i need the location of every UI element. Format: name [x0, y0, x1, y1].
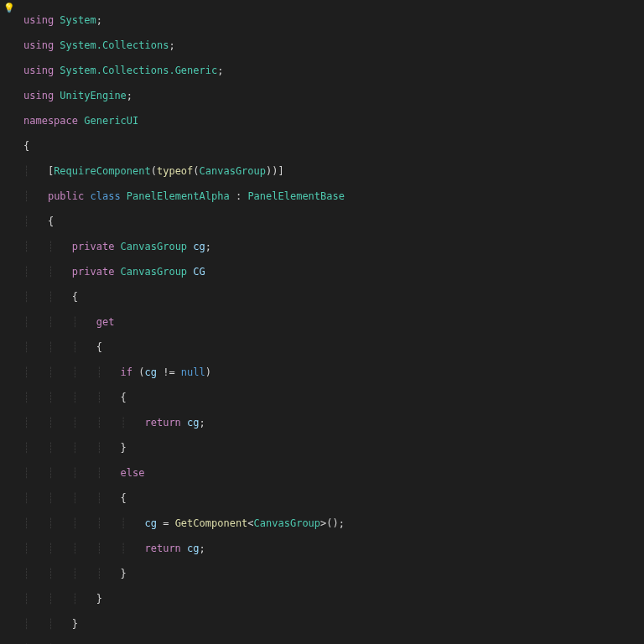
code-line: ┊ public class PanelElementAlpha : Panel… — [23, 190, 644, 203]
code-editor[interactable]: 💡 using System; using System.Collections… — [0, 0, 644, 644]
code-line: ┊ ┊ ┊ ┊ if (cg != null) — [23, 366, 644, 379]
code-line: ┊ ┊ ┊ ┊ ┊ cg = GetComponent<CanvasGroup>… — [23, 517, 644, 530]
code-line: ┊ ┊ ┊ ┊ } — [23, 568, 644, 580]
code-line: ┊ ┊ } — [23, 618, 644, 631]
code-line: ┊ ┊ private CanvasGroup CG — [23, 266, 644, 278]
code-line: ┊ ┊ ┊ get — [23, 316, 644, 329]
code-line: ┊ ┊ ┊ ┊ { — [23, 492, 644, 505]
code-line: using System.Collections; — [23, 39, 644, 52]
code-line: ┊ ┊ ┊ ┊ else — [23, 467, 644, 480]
code-line: ┊ ┊ ┊ { — [23, 341, 644, 354]
code-line: { — [23, 140, 644, 153]
code-line: using System.Collections.Generic; — [23, 65, 644, 77]
code-line: ┊ ┊ ┊ ┊ ┊ return cg; — [23, 543, 644, 555]
code-line: ┊ { — [23, 216, 644, 228]
code-area[interactable]: using System; using System.Collections; … — [18, 0, 644, 644]
code-line: using UnityEngine; — [23, 90, 644, 102]
code-line: ┊ ┊ ┊ ┊ { — [23, 392, 644, 404]
code-line: ┊ ┊ private CanvasGroup cg; — [23, 241, 644, 253]
code-line: ┊ ┊ ┊ ┊ ┊ return cg; — [23, 417, 644, 429]
code-line: using System; — [23, 14, 644, 27]
code-line: namespace GenericUI — [23, 115, 644, 127]
code-line: ┊ ┊ { — [23, 291, 644, 304]
lightbulb-icon[interactable]: 💡 — [3, 2, 15, 14]
code-line: ┊ ┊ ┊ ┊ } — [23, 442, 644, 454]
code-line: ┊ [RequireComponent(typeof(CanvasGroup))… — [23, 165, 644, 178]
editor-gutter: 💡 — [0, 0, 18, 644]
code-line: ┊ ┊ ┊ } — [23, 593, 644, 605]
